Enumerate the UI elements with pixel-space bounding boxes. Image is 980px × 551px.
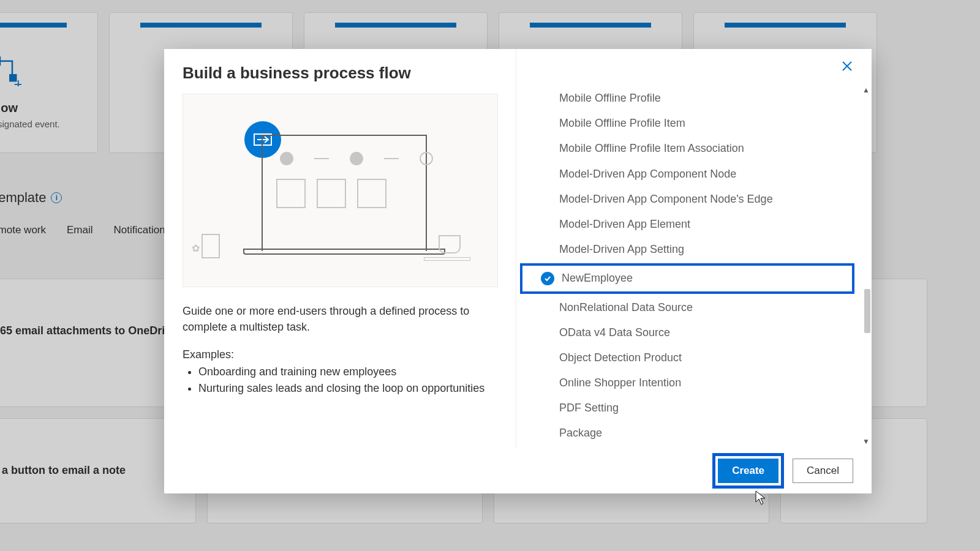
entity-option[interactable]: Model-Driven App Setting: [516, 237, 861, 262]
examples-label: Examples:: [183, 348, 497, 361]
dialog-title: Build a business process flow: [183, 64, 497, 83]
entity-option[interactable]: PDF Setting: [516, 395, 861, 421]
close-button[interactable]: [839, 58, 856, 75]
entity-option-label: NewEmployee: [562, 272, 633, 284]
entity-option[interactable]: Mobile Offline Profile Item Association: [516, 136, 861, 161]
dialog-footer: Create Cancel: [164, 448, 872, 493]
check-icon: [541, 272, 554, 285]
entity-option[interactable]: OData v4 Data Source: [516, 320, 861, 345]
scroll-down-icon[interactable]: ▼: [862, 437, 870, 446]
entity-option[interactable]: Mobile Offline Profile Item: [516, 111, 861, 136]
create-highlight: Create: [712, 453, 784, 489]
dialog-right-pane: Mobile Offline Profile Mobile Offline Pr…: [516, 49, 872, 448]
entity-option[interactable]: Object Detection Product: [516, 345, 861, 370]
dialog-description: Guide one or more end-users through a de…: [183, 303, 497, 335]
entity-option[interactable]: Mobile Offline Profile: [516, 86, 861, 111]
example-item: Onboarding and training new employees: [198, 364, 497, 380]
entity-list[interactable]: Mobile Offline Profile Mobile Offline Pr…: [516, 86, 861, 448]
bpf-illustration: ✿: [183, 94, 498, 287]
entity-option[interactable]: NonRelational Data Source: [516, 295, 861, 320]
example-item: Nurturing sales leads and closing the lo…: [198, 380, 497, 397]
build-bpf-dialog: Build a business process flow ✿ Guide on…: [164, 49, 872, 493]
dialog-left-pane: Build a business process flow ✿ Guide on…: [164, 49, 516, 448]
examples-list: Onboarding and training new employees Nu…: [198, 364, 497, 397]
entity-option[interactable]: Model-Driven App Component Node: [516, 162, 861, 187]
scrollbar-thumb[interactable]: [864, 289, 870, 333]
entity-option-selected[interactable]: NewEmployee: [520, 263, 854, 293]
entity-option[interactable]: Package: [516, 421, 861, 446]
entity-option[interactable]: Model-Driven App Component Node's Edge: [516, 187, 861, 212]
entity-option[interactable]: Model-Driven App Element: [516, 212, 861, 237]
entity-option[interactable]: Online Shopper Intention: [516, 370, 861, 395]
create-button[interactable]: Create: [718, 459, 778, 483]
scroll-up-icon[interactable]: ▲: [862, 86, 870, 94]
cancel-button[interactable]: Cancel: [793, 459, 853, 483]
